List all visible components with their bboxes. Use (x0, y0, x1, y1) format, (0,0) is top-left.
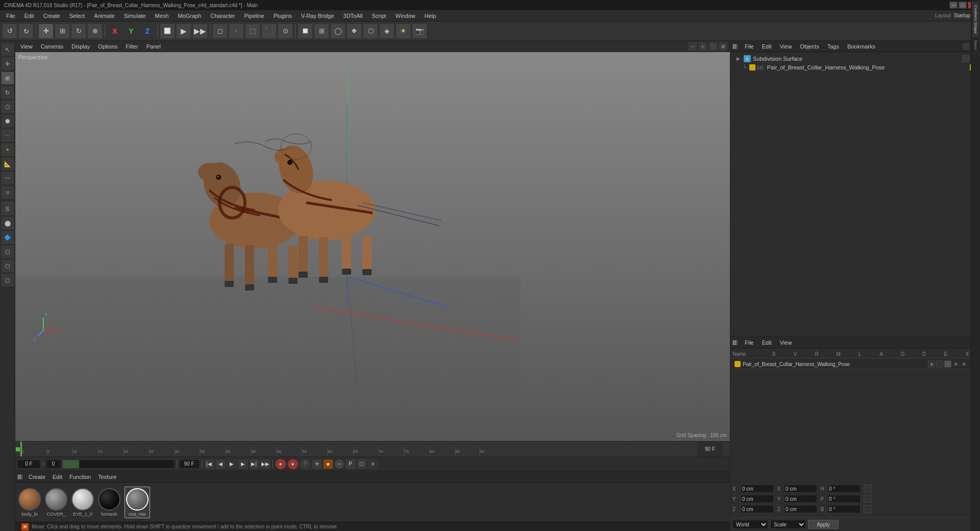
left-tool-11[interactable]: ⌗ (1, 186, 14, 199)
left-tool-17[interactable]: ⬡ (1, 274, 14, 287)
record-button[interactable]: ▶▶ (260, 459, 271, 469)
am-menu-edit[interactable]: Edit (759, 339, 775, 347)
uv-mode-button[interactable]: ⊙ (278, 23, 293, 39)
playback-btn-4[interactable]: ✛ (312, 459, 322, 469)
frame-slider[interactable] (62, 460, 175, 469)
om-expand-icon[interactable]: ▶ (734, 55, 742, 62)
om-menu-view[interactable]: View (777, 42, 795, 51)
coord-b[interactable] (827, 505, 861, 513)
left-tool-16[interactable]: ⬡ (1, 259, 14, 273)
maximize-button[interactable]: □ (959, 2, 967, 9)
vp-menu-filter[interactable]: Filter (122, 42, 141, 51)
am-icon-4[interactable]: ⊕ (952, 360, 960, 368)
jump-to-end-button[interactable]: ▶| (249, 459, 259, 469)
am-icon-3[interactable] (944, 360, 951, 368)
smooth-button[interactable]: ◯ (330, 23, 346, 39)
y-axis-button[interactable]: Y (124, 23, 139, 39)
object-mode-button[interactable]: ◻ (212, 23, 228, 39)
am-object-row[interactable]: Pair_of_Breast_Collar_Harness_Walking_Po… (732, 359, 978, 369)
render-all-button[interactable]: ▶▶ (192, 23, 208, 39)
am-icon-2[interactable] (936, 360, 943, 368)
polygon-mode-button[interactable]: ⬛ (261, 23, 277, 39)
play-forward-button[interactable]: ▶ (227, 459, 237, 469)
coord-p[interactable] (827, 495, 861, 503)
menu-help[interactable]: Help (421, 12, 440, 20)
left-tool-2[interactable]: ✛ (1, 57, 14, 70)
menu-create[interactable]: Create (39, 12, 64, 20)
om-menu-objects[interactable]: Objects (797, 42, 822, 51)
menu-simulate[interactable]: Simulate (120, 12, 150, 20)
far-tab-conform[interactable]: Conform Shape (972, 2, 979, 37)
mat-menu-create[interactable]: Create (26, 473, 48, 481)
om-btn-1[interactable] (963, 43, 970, 50)
vp-btn-3[interactable]: ⬛ (708, 42, 718, 51)
om-menu-edit[interactable]: Edit (759, 42, 775, 51)
camera-button[interactable]: 📷 (412, 23, 427, 39)
material-item-cover[interactable]: COVER_ (45, 488, 67, 517)
grid-button[interactable]: ⊞ (314, 23, 329, 39)
om-vis-btn[interactable] (962, 55, 969, 62)
far-tab-basic[interactable]: Basic (972, 37, 979, 54)
left-tool-10[interactable]: 〰 (1, 172, 14, 185)
left-tool-7[interactable]: ⋯ (1, 129, 14, 142)
am-icon-1[interactable]: ⊙ (928, 360, 935, 368)
coord-x-rot[interactable] (784, 485, 817, 493)
menu-pipeline[interactable]: Pipeline (240, 12, 268, 20)
extrude-button[interactable]: ⬡ (363, 23, 378, 39)
undo-button[interactable]: ↺ (2, 23, 17, 39)
frame-field-2[interactable] (46, 460, 61, 469)
vp-btn-2[interactable]: ⊹ (698, 42, 707, 51)
am-drag-handle[interactable]: ⠿ (732, 340, 738, 345)
mat-menu-edit[interactable]: Edit (50, 473, 65, 481)
playback-btn-2[interactable]: ● (287, 458, 299, 470)
om-menu-file[interactable]: File (742, 42, 757, 51)
timeline-scroll-right[interactable] (723, 442, 730, 456)
menu-animate[interactable]: Animate (90, 12, 118, 20)
timeline-ruler[interactable]: 0 5 10 15 20 25 30 35 40 45 50 55 60 65 (20, 442, 697, 456)
minimize-button[interactable]: ─ (949, 2, 958, 9)
om-menu-tags[interactable]: Tags (824, 42, 842, 51)
fps-input[interactable] (179, 460, 200, 469)
transform-button[interactable]: ⊕ (87, 23, 103, 39)
move-tool-button[interactable]: ✛ (38, 23, 54, 39)
playback-btn-8[interactable]: ⬡ (357, 459, 367, 469)
menu-3dtoall[interactable]: 3DToAll (339, 12, 367, 20)
left-tool-3[interactable]: ⊞ (1, 71, 14, 85)
step-forward-button[interactable]: ▶ (238, 459, 248, 469)
menu-file[interactable]: File (2, 12, 19, 20)
playback-btn-1[interactable]: ● (275, 458, 286, 470)
coord-lock-h[interactable] (864, 485, 872, 493)
om-drag-handle[interactable]: ⠿ (732, 44, 738, 49)
playback-btn-5[interactable]: ■ (323, 459, 333, 469)
playback-btn-7[interactable]: P (346, 459, 356, 469)
coord-z-rot[interactable] (784, 505, 817, 513)
vp-btn-4[interactable]: ⊞ (719, 42, 728, 51)
menu-select[interactable]: Select (65, 12, 89, 20)
snap-button[interactable]: 🔲 (298, 23, 313, 39)
bevel-button[interactable]: ◈ (379, 23, 395, 39)
vp-btn-1[interactable]: ↔ (688, 42, 697, 51)
point-mode-button[interactable]: ⬝ (229, 23, 244, 39)
coord-z-pos[interactable] (741, 505, 774, 513)
playback-btn-6[interactable]: ○ (334, 459, 345, 469)
render-region-button[interactable]: ⬜ (160, 23, 175, 39)
vp-menu-cameras[interactable]: Cameras (38, 42, 67, 51)
playback-btn-9[interactable]: ≡ (368, 459, 378, 469)
menu-plugins[interactable]: Plugins (270, 12, 296, 20)
material-item-body[interactable]: body_bi (18, 488, 41, 517)
coord-space-dropdown[interactable]: World Object Camera (732, 520, 768, 529)
left-tool-6[interactable]: ⬢ (1, 114, 14, 128)
rotate-tool-button[interactable]: ↻ (71, 23, 86, 39)
apply-button[interactable]: Apply (808, 520, 839, 529)
timeline-start-marker[interactable] (16, 447, 20, 451)
left-tool-1[interactable]: ↖ (1, 43, 14, 56)
om-item-pair[interactable]: └ LO Pair_of_Breast_Collar_Harness_Walki… (732, 63, 978, 71)
mat-menu-function[interactable]: Function (66, 473, 94, 481)
menu-mesh[interactable]: Mesh (151, 12, 173, 20)
coord-x-pos[interactable] (741, 485, 774, 493)
vp-menu-display[interactable]: Display (68, 42, 93, 51)
left-tool-8[interactable]: 🔸 (1, 143, 14, 156)
step-back-button[interactable]: ◀ (215, 459, 226, 469)
material-item-eye[interactable]: EYE_1_0 (71, 488, 94, 517)
render-active-button[interactable]: ▶ (176, 23, 191, 39)
